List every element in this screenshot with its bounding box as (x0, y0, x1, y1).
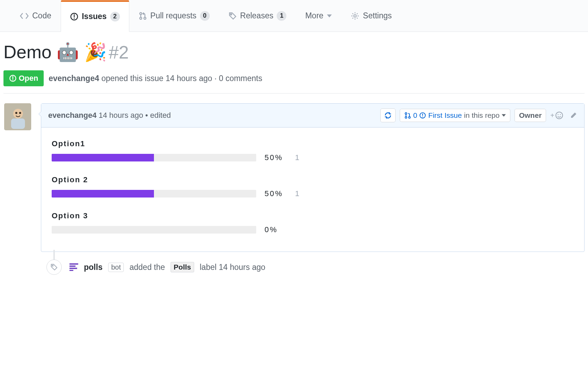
tab-more[interactable]: More (296, 0, 341, 32)
poll-percent: 50% (265, 153, 287, 162)
tab-settings[interactable]: Settings (341, 0, 401, 32)
issue-open-icon (9, 74, 17, 82)
add-reaction-button[interactable]: + (550, 111, 563, 120)
comment-time: 14 hours ago (99, 111, 143, 120)
svg-point-22 (52, 265, 53, 266)
code-icon (20, 12, 29, 20)
issue-author[interactable]: evenchange4 (49, 74, 99, 83)
svg-point-20 (557, 114, 559, 115)
pull-request-icon (139, 12, 147, 20)
svg-point-14 (405, 113, 407, 114)
pr-count: 0 (413, 111, 417, 120)
tag-icon (50, 263, 58, 271)
tab-label: Releases (240, 11, 274, 20)
emoji-icon (555, 111, 563, 120)
refresh-button[interactable] (380, 108, 396, 122)
svg-point-5 (230, 14, 232, 15)
poll-option: Option 2 50% 1 (52, 175, 574, 198)
issue-title: Demo 🤖 🎉 #2 (3, 42, 585, 63)
plus-icon: + (550, 112, 554, 120)
first-issue-chip[interactable]: 0 First Issue in this repo (400, 109, 510, 122)
tab-label: Settings (363, 11, 392, 20)
issue-meta: Open evenchange4 opened this issue 14 ho… (3, 70, 585, 94)
tab-label: Pull requests (150, 11, 197, 20)
issue-icon (419, 112, 426, 119)
label-event: polls bot added the Polls label 14 hours… (49, 260, 585, 275)
poll-option-label: Option1 (52, 139, 574, 148)
first-issue-label: First Issue (428, 111, 462, 120)
pencil-icon (570, 112, 577, 119)
label-chip[interactable]: Polls (171, 262, 194, 272)
event-suffix: label 14 hours ago (200, 263, 265, 272)
poll-icon (69, 263, 78, 271)
pr-count-badge: 0 (200, 11, 210, 21)
poll-count: 1 (295, 153, 299, 162)
event-badge (46, 260, 62, 275)
event-actor[interactable]: polls (84, 263, 103, 272)
gear-icon (351, 11, 360, 20)
tab-code[interactable]: Code (10, 0, 61, 32)
tab-pull-requests[interactable]: Pull requests 0 (129, 0, 219, 32)
svg-rect-11 (11, 119, 25, 129)
svg-point-2 (140, 12, 142, 15)
svg-point-18 (422, 116, 423, 117)
chevron-down-icon (502, 114, 506, 117)
bot-badge: bot (108, 263, 124, 272)
comment-edited: edited (150, 111, 171, 120)
poll-option: Option1 50% 1 (52, 139, 574, 162)
svg-point-3 (140, 17, 142, 19)
comment-author[interactable]: evenchange4 (48, 111, 96, 120)
in-repo-text: in this repo (464, 111, 500, 120)
svg-point-4 (144, 17, 146, 19)
tab-label: More (305, 11, 323, 20)
svg-point-13 (19, 112, 21, 114)
svg-point-15 (405, 116, 407, 118)
state-open-badge: Open (3, 70, 44, 86)
svg-point-16 (408, 116, 410, 118)
repo-tabs: Code Issues 2 Pull requests 0 Releases 1… (0, 0, 588, 32)
edit-button[interactable] (570, 112, 577, 119)
poll-count: 1 (295, 189, 299, 198)
issue-icon (70, 12, 78, 21)
comment-body: Option1 50% 1 Option 2 50% 1 (41, 128, 584, 252)
tab-issues[interactable]: Issues 2 (61, 0, 129, 32)
timeline: polls bot added the Polls label 14 hours… (49, 252, 585, 275)
svg-rect-24 (69, 265, 75, 267)
svg-rect-26 (69, 270, 73, 271)
poll-bar (52, 154, 256, 161)
poll-bar (52, 226, 256, 234)
svg-point-21 (560, 114, 561, 115)
pull-request-icon (404, 112, 411, 119)
comment-header: evenchange4 14 hours ago • edited 0 Firs… (41, 104, 584, 128)
poll-percent: 50% (265, 189, 287, 198)
issue-comments-text: 0 comments (219, 74, 262, 83)
tab-label: Issues (82, 12, 107, 21)
refresh-icon (384, 112, 392, 119)
svg-point-8 (12, 79, 14, 80)
chevron-down-icon (327, 14, 332, 18)
tab-label: Code (32, 11, 51, 20)
releases-count-badge: 1 (277, 11, 286, 21)
issues-count-badge: 2 (110, 12, 120, 21)
svg-point-19 (556, 112, 563, 119)
svg-point-12 (15, 112, 17, 114)
issue-comment: evenchange4 14 hours ago • edited 0 Firs… (41, 103, 585, 252)
issue-title-text: Demo 🤖 🎉 (3, 42, 107, 63)
issue-opened-text: opened this issue 14 hours ago (101, 74, 212, 83)
poll-option-label: Option 3 (52, 211, 574, 220)
event-text: added the (129, 263, 165, 272)
owner-label: Owner (519, 111, 542, 120)
tab-releases[interactable]: Releases 1 (219, 0, 296, 32)
tag-icon (228, 12, 237, 20)
svg-point-6 (354, 15, 356, 17)
svg-point-1 (74, 18, 75, 19)
poll-bar (52, 190, 256, 198)
poll-option: Option 3 0% (52, 211, 574, 234)
poll-percent: 0% (265, 225, 287, 234)
issue-number: #2 (109, 42, 129, 63)
avatar[interactable] (4, 103, 31, 130)
state-label: Open (19, 74, 38, 83)
owner-badge: Owner (514, 109, 546, 122)
poll-option-label: Option 2 (52, 175, 574, 184)
svg-rect-25 (69, 268, 77, 269)
